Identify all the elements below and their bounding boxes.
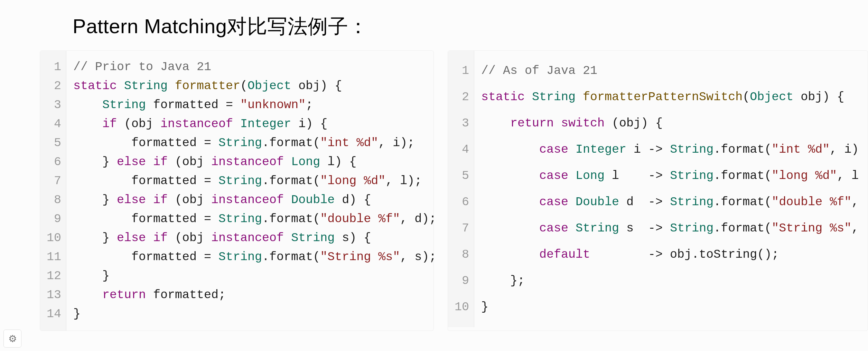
line-number: 3	[40, 96, 61, 115]
code-pane-after: 12345678910 // As of Java 21 static Stri…	[448, 50, 868, 331]
line-number: 6	[40, 153, 61, 172]
settings-button[interactable]: ⚙	[3, 330, 21, 348]
line-number: 7	[448, 215, 469, 241]
line-number: 9	[448, 268, 469, 294]
line-number: 2	[448, 84, 469, 110]
line-number: 3	[448, 110, 469, 136]
line-number: 14	[40, 305, 61, 324]
line-number: 4	[40, 115, 61, 134]
line-number: 13	[40, 286, 61, 305]
line-number: 8	[448, 241, 469, 268]
page-title: Pattern Matching对比写法例子：	[73, 13, 868, 40]
line-number: 10	[40, 229, 61, 248]
line-number: 7	[40, 172, 61, 191]
code-comparison-row: 1234567891011121314 // Prior to Java 21 …	[0, 50, 868, 331]
line-number: 1	[448, 58, 469, 84]
line-number: 2	[40, 77, 61, 96]
line-number: 12	[40, 267, 61, 286]
line-number: 5	[448, 163, 469, 189]
line-number: 6	[448, 189, 469, 215]
gear-icon: ⚙	[8, 333, 17, 344]
slide-page: Pattern Matching对比写法例子： 1234567891011121…	[0, 13, 868, 351]
line-number-gutter: 12345678910	[448, 51, 474, 327]
code-block-before: // Prior to Java 21 static String format…	[66, 51, 433, 331]
line-number: 1	[40, 58, 61, 77]
line-number: 11	[40, 248, 61, 267]
line-number: 8	[40, 191, 61, 210]
line-number: 10	[448, 294, 469, 320]
code-pane-before: 1234567891011121314 // Prior to Java 21 …	[40, 50, 434, 331]
line-number: 9	[40, 210, 61, 229]
code-block-after: // As of Java 21 static String formatter…	[474, 51, 868, 327]
line-number-gutter: 1234567891011121314	[40, 51, 66, 331]
line-number: 5	[40, 134, 61, 153]
line-number: 4	[448, 136, 469, 163]
